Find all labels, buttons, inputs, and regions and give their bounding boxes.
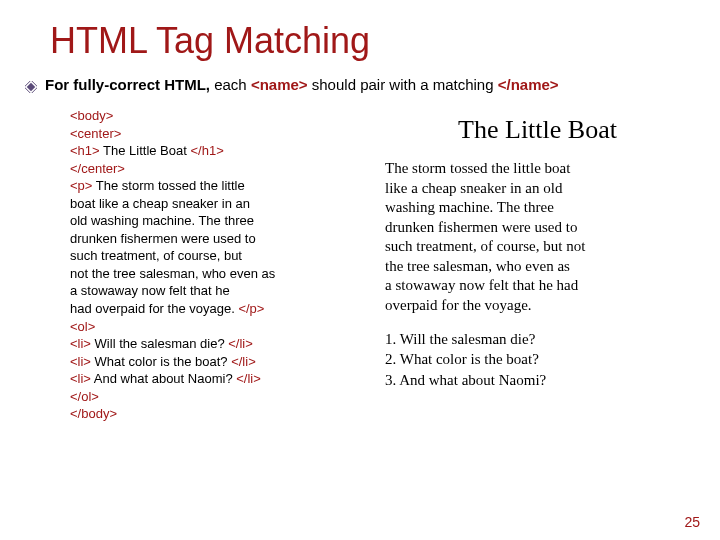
diamond-bullet-icon bbox=[25, 79, 37, 91]
rendered-line: a stowaway now felt that he had bbox=[385, 277, 578, 293]
slide: HTML Tag Matching For fully-correct HTML… bbox=[0, 0, 720, 540]
code-line: </li> bbox=[231, 354, 256, 369]
rendered-heading: The Little Boat bbox=[385, 115, 690, 145]
bullet-text: For fully-correct HTML, each <name> shou… bbox=[45, 76, 559, 93]
page-number: 25 bbox=[684, 514, 700, 530]
list-item: 1. Will the salesman die? bbox=[385, 329, 690, 349]
code-line: <li> bbox=[70, 354, 91, 369]
rendered-line: washing machine. The three bbox=[385, 199, 554, 215]
bullet-row: For fully-correct HTML, each <name> shou… bbox=[25, 76, 690, 93]
bullet-close-tag: </name> bbox=[498, 76, 559, 93]
code-text: What color is the boat? bbox=[91, 354, 231, 369]
list-item: 3. And what about Naomi? bbox=[385, 370, 690, 390]
code-line: <center> bbox=[70, 126, 121, 141]
code-text: not the tree salesman, who even as bbox=[70, 266, 275, 281]
code-line: </li> bbox=[228, 336, 253, 351]
code-line: </li> bbox=[236, 371, 261, 386]
code-text: The Little Boat bbox=[100, 143, 191, 158]
code-text: boat like a cheap sneaker in an bbox=[70, 196, 250, 211]
right-column-rendered: The Little Boat The storm tossed the lit… bbox=[385, 107, 690, 423]
bullet-each: each bbox=[214, 76, 251, 93]
rendered-line: like a cheap sneaker in an old bbox=[385, 180, 562, 196]
slide-title: HTML Tag Matching bbox=[50, 20, 690, 62]
code-text: had overpaid for the voyage. bbox=[70, 301, 238, 316]
two-column-layout: <body> <center> <h1> The Little Boat </h… bbox=[50, 107, 690, 423]
code-line: <p> bbox=[70, 178, 92, 193]
code-line: <li> bbox=[70, 336, 91, 351]
rendered-line: overpaid for the voyage. bbox=[385, 297, 532, 313]
code-line: </p> bbox=[238, 301, 264, 316]
code-text: drunken fishermen were used to bbox=[70, 231, 256, 246]
code-text: a stowaway now felt that he bbox=[70, 283, 230, 298]
code-text: Will the salesman die? bbox=[91, 336, 228, 351]
code-line: </center> bbox=[70, 161, 125, 176]
svg-rect-0 bbox=[27, 82, 35, 90]
rendered-line: The storm tossed the little boat bbox=[385, 160, 570, 176]
code-line: </ol> bbox=[70, 389, 99, 404]
list-item: 2. What color is the boat? bbox=[385, 349, 690, 369]
code-line: </body> bbox=[70, 406, 117, 421]
code-text: And what about Naomi? bbox=[91, 371, 236, 386]
code-line: </h1> bbox=[190, 143, 223, 158]
bullet-open-tag: <name> bbox=[251, 76, 308, 93]
code-line: <h1> bbox=[70, 143, 100, 158]
code-line: <ol> bbox=[70, 319, 95, 334]
code-line: <li> bbox=[70, 371, 91, 386]
code-block: <body> <center> <h1> The Little Boat </h… bbox=[70, 107, 355, 423]
code-text: The storm tossed the little bbox=[92, 178, 244, 193]
rendered-line: drunken fishermen were used to bbox=[385, 219, 577, 235]
code-text: such treatment, of course, but bbox=[70, 248, 242, 263]
rendered-line: such treatment, of course, but not bbox=[385, 238, 585, 254]
left-column-code: <body> <center> <h1> The Little Boat </h… bbox=[50, 107, 355, 423]
bullet-mid: should pair with a matching bbox=[308, 76, 498, 93]
rendered-paragraph: The storm tossed the little boat like a … bbox=[385, 159, 690, 315]
rendered-line: the tree salesman, who even as bbox=[385, 258, 570, 274]
rendered-ordered-list: 1. Will the salesman die? 2. What color … bbox=[385, 329, 690, 390]
code-text: old washing machine. The three bbox=[70, 213, 254, 228]
code-line: <body> bbox=[70, 108, 113, 123]
bullet-pre: For fully-correct HTML, bbox=[45, 76, 214, 93]
